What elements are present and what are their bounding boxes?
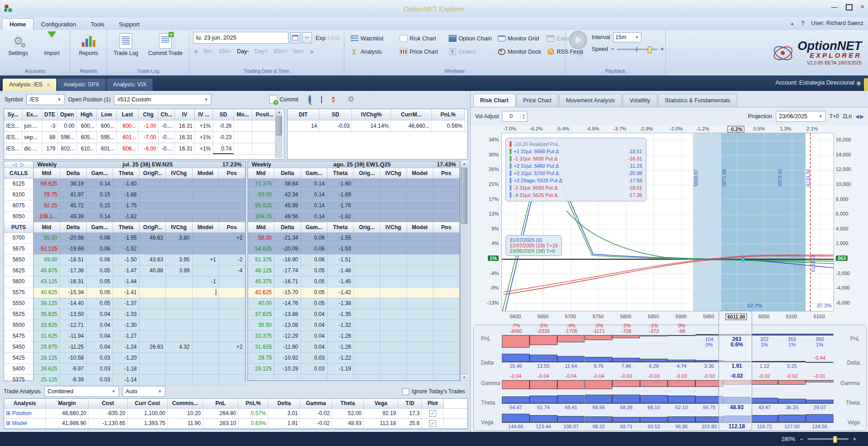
analysis-name-cell[interactable]: ⊞ Position [4, 409, 46, 418]
date-nav-5m+[interactable]: 5m+ [293, 48, 304, 55]
vol-adjust-spinner[interactable]: 0 ▲▼ [502, 111, 527, 122]
strike-cell[interactable]: 5450 [4, 342, 33, 353]
option-row[interactable]: 54.625-20.090.06-1.53 [248, 244, 460, 255]
analysis-mode-select[interactable]: Combined▼ [45, 386, 119, 397]
chain-expiry-header[interactable]: Weeklyjul. 25 (38) EW.N2517.23% [34, 161, 245, 168]
analysis-button[interactable]: ΣAnalysis [348, 47, 395, 56]
table-row[interactable]: /ES...sep...88596...605...595...601...-7… [4, 132, 284, 143]
strike-cell[interactable]: 5375 [4, 375, 33, 386]
option-row[interactable]: 55.50-20.980.06-1.5549.633.80+2 [34, 233, 245, 244]
option-row[interactable]: 51.375-18.900.06-1.51 [248, 255, 460, 266]
search-button[interactable] [308, 96, 311, 103]
option-row[interactable]: 40.00-14.760.05-1.38 [248, 298, 460, 309]
option-row[interactable]: 48.125-17.740.05-1.48 [248, 266, 460, 276]
expand-icon[interactable]: ⊞ [6, 420, 12, 426]
calendar-button[interactable] [290, 32, 300, 43]
projection-date-select[interactable]: 23/06/2025▼ [776, 111, 826, 122]
option-row[interactable]: 35.625-13.500.04-1.33 [34, 309, 245, 320]
option-row[interactable]: 52.125-19.690.06-1.52 [34, 244, 245, 255]
risk-chart-button[interactable]: Risk Chart [397, 34, 444, 43]
strike-cell[interactable]: 6125 [4, 179, 33, 190]
futures-scrollbar[interactable]: ▲ [275, 109, 283, 158]
price-chart-button[interactable]: Price Chart [397, 47, 444, 56]
ignore-todays-trades-checkbox[interactable]: Ignore Today's Trades [402, 388, 468, 395]
option-row[interactable] [248, 375, 460, 381]
commit-button[interactable]: + Commit [269, 95, 298, 104]
document-tab-analysisvix[interactable]: Analysis: VIX [107, 79, 153, 91]
tab-risk-chart[interactable]: Risk Chart [473, 94, 516, 107]
trading-date-input[interactable]: lu. 23 jun. 2025 [193, 32, 288, 44]
option-row[interactable]: 43.125-16.310.05-1.44-1 [34, 276, 245, 287]
option-row[interactable]: 45.375-16.710.05-1.45 [248, 276, 460, 287]
auto-select[interactable]: Auto▼ [123, 386, 165, 397]
menu-tab-home[interactable]: Home [2, 18, 34, 30]
collapse-ribbon-icon[interactable]: ▲ [790, 21, 794, 26]
plot-checkbox[interactable]: ✓ [422, 409, 444, 418]
table-row[interactable]: /ES...jun....-30.00600...600...600...-1.… [4, 120, 284, 132]
option-row[interactable]: 38.125-14.400.05-1.37 [34, 298, 245, 309]
expand-icon[interactable]: ⊞ [6, 410, 12, 416]
speed-minus-icon[interactable]: − [611, 46, 614, 52]
cancel-button[interactable]: × [332, 96, 335, 103]
option-row[interactable]: 33.625-12.710.04-1.30 [34, 320, 245, 331]
strike-cell[interactable]: 5575 [4, 287, 33, 298]
option-row[interactable]: 109.2549.560.14-1.82 [248, 211, 460, 222]
date-nav-«[interactable]: « [194, 47, 198, 55]
strike-cell[interactable]: 5475 [4, 331, 33, 342]
option-row[interactable]: 95.62545.990.14-1.76 [248, 200, 460, 211]
position-select[interactable]: #512 Custom▼ [114, 94, 211, 105]
menu-tab-configuration[interactable]: Configuration [34, 19, 83, 30]
menu-tab-tools[interactable]: Tools [83, 19, 111, 30]
speed-slider-thumb[interactable] [648, 46, 652, 53]
table-row[interactable]: /ES...dic....179602...610...601...606...… [4, 143, 284, 155]
analysis-name-cell[interactable]: ⊞ Model [4, 419, 46, 428]
date-nav-45m-[interactable]: 45m- [218, 48, 231, 55]
speed-slider[interactable] [617, 49, 658, 50]
option-row[interactable]: 26.625-9.970.03-1.18 [34, 364, 245, 375]
interval-select[interactable]: 15m▼ [613, 32, 641, 42]
document-tab-analysisspx[interactable]: Analysis: SPX [57, 79, 106, 91]
commit-trade-button[interactable]: + Commit Trade [145, 32, 185, 58]
strike-cell[interactable]: 6075 [4, 200, 33, 211]
option-row[interactable]: 31.625-11.600.04-1.26 [248, 342, 460, 353]
monitor-grid-button[interactable]: Monitor Grid [495, 34, 542, 43]
option-row[interactable]: 31.625-11.940.04-1.27 [34, 331, 245, 342]
monitor-dock-button[interactable]: Monitor Dock [495, 47, 542, 56]
option-row[interactable]: 92.2545.720.15-1.75 [34, 200, 245, 211]
option-row[interactable]: 106.1...49.390.14-1.82 [34, 211, 245, 222]
option-row[interactable]: 83.0042.340.14-1.69 [248, 190, 460, 200]
date-nav-45m+[interactable]: 45m+ [273, 48, 288, 55]
strike-cell[interactable]: 5550 [4, 298, 33, 309]
risk-chart[interactable]: -7.0%-6.2%-5.4%-4.5%-3.7%-2.9%-2.0%-1.2%… [471, 125, 868, 430]
option-row[interactable]: 25.125-9.390.03-1.14 [34, 375, 245, 386]
option-row[interactable]: 29.875-11.250.04-1.2426.634.32+2 [34, 342, 245, 353]
option-row[interactable]: 79.7541.970.15-1.68 [34, 190, 245, 200]
watchlist-button[interactable]: Watchlist [348, 34, 395, 43]
trade-log-button[interactable]: Trade Log [111, 32, 141, 58]
strike-cell[interactable]: 5525 [4, 309, 33, 320]
menu-tab-support[interactable]: Support [112, 19, 147, 30]
table-row[interactable]: ⊞ Model41,986.90-1,130.651,393.7511.9026… [4, 419, 467, 429]
date-nav-Day-[interactable]: Day- [237, 48, 249, 55]
strike-cell[interactable]: 5675 [4, 244, 33, 255]
option-row[interactable]: 35.50-13.080.04-1.32 [248, 320, 460, 331]
help-icon[interactable]: ? [801, 20, 805, 27]
speed-plus-icon[interactable]: + [660, 46, 664, 52]
date-nav-5m-[interactable]: 5m- [203, 48, 213, 55]
minimize-button[interactable]: — [831, 3, 838, 12]
maximize-button[interactable] [846, 3, 853, 12]
tab-movement-analysis[interactable]: Movement Analysis [559, 94, 622, 107]
option-row[interactable]: 42.625-15.700.05-1.42 [248, 287, 460, 298]
play-button[interactable]: Play [569, 31, 587, 56]
strike-cell[interactable]: 5650 [4, 255, 33, 266]
strike-cell[interactable]: 5700 [4, 233, 33, 244]
tab-volatility[interactable]: Volatility [623, 94, 657, 107]
date-nav-Day+[interactable]: Day+ [254, 48, 268, 55]
option-row[interactable]: 71.37538.640.14-1.60 [248, 179, 460, 190]
next-expiry-button[interactable]: ▷ [20, 161, 25, 168]
table-row[interactable]: 14-0.0314.14%46,660...0.56% [288, 120, 467, 132]
zoom-slider-thumb[interactable] [833, 436, 837, 443]
option-row[interactable]: 37.625-13.880.04-1.35 [248, 309, 460, 320]
close-icon[interactable]: × [47, 82, 50, 87]
page-right-button[interactable]: ▶ [860, 114, 864, 120]
